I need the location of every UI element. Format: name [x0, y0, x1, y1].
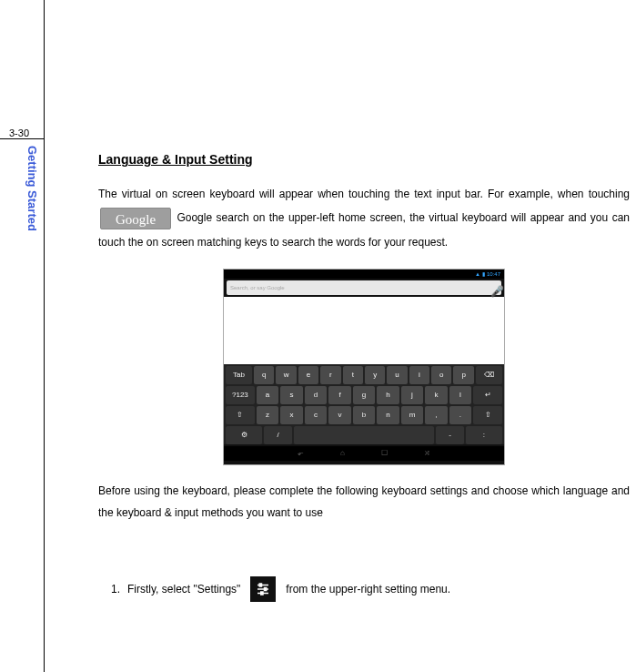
paragraph-1: The virtual on screen keyboard will appe… — [98, 182, 630, 254]
key-j: j — [401, 386, 423, 404]
key-tab: Tab — [226, 366, 252, 384]
list-item-1: 1. Firstly, select "Settings" from the u… — [98, 576, 630, 602]
key-dash: - — [436, 426, 464, 444]
key-g: g — [353, 386, 375, 404]
nav-bar: ⬐ ⌂ ☐ ⤭ — [224, 446, 504, 461]
status-time: 10:47 — [487, 270, 500, 279]
key-n: n — [377, 406, 399, 424]
key-c: c — [305, 406, 327, 424]
nav-recent-icon: ☐ — [381, 448, 388, 459]
key-b: b — [353, 406, 375, 424]
page-number: 3-30 — [9, 127, 29, 138]
key-u: u — [387, 366, 407, 384]
key-o: o — [431, 366, 451, 384]
divider-vertical — [44, 0, 45, 672]
keyboard-row-3: ⇧ z x c v b n m , . ⇧ — [226, 406, 502, 424]
key-backspace: ⌫ — [476, 366, 502, 384]
list-text-b: from the upper-right setting menu. — [286, 581, 450, 597]
main-content: Language & Input Setting The virtual on … — [98, 150, 630, 602]
key-r: r — [320, 366, 340, 384]
key-m: m — [401, 406, 423, 424]
key-k: k — [425, 386, 447, 404]
key-colon: : — [466, 426, 502, 444]
key-comma: , — [425, 406, 447, 424]
key-space — [294, 426, 434, 444]
key-f: f — [328, 386, 350, 404]
paragraph-2: Before using the keyboard, please comple… — [98, 480, 630, 524]
search-bar: Search, or say Google 🎤 — [227, 280, 501, 295]
section-heading: Language & Input Setting — [98, 150, 630, 169]
key-e: e — [298, 366, 318, 384]
keyboard-screenshot: ▲ ▮ 10:47 Search, or say Google 🎤 Tab q … — [223, 269, 505, 465]
key-l: l — [449, 386, 471, 404]
key-symbols: ?123 — [226, 386, 255, 404]
nav-home-icon: ⌂ — [340, 448, 345, 459]
key-x: x — [280, 406, 302, 424]
results-area — [224, 297, 504, 364]
key-w: w — [276, 366, 296, 384]
key-z: z — [257, 406, 278, 424]
divider-horizontal — [0, 138, 44, 139]
key-y: y — [365, 366, 385, 384]
key-settings: ⚙ — [226, 426, 262, 444]
key-slash: / — [264, 426, 292, 444]
key-enter: ↵ — [473, 386, 502, 404]
keyboard-row-2: ?123 a s d f g h j k l ↵ — [226, 386, 502, 404]
key-p: p — [453, 366, 473, 384]
keyboard-row-4: ⚙ / - : — [226, 426, 502, 444]
key-h: h — [377, 386, 399, 404]
key-a: a — [257, 386, 278, 404]
paragraph-1a: The virtual on screen keyboard will appe… — [98, 188, 630, 200]
key-q: q — [254, 366, 274, 384]
settings-icon — [250, 576, 276, 602]
battery-icon: ▮ — [482, 270, 485, 279]
keyboard-row-1: Tab q w e r t y u i o p ⌫ — [226, 366, 502, 384]
wifi-icon: ▲ — [475, 270, 480, 279]
key-shift-right: ⇧ — [473, 406, 502, 424]
keyboard-keys: Tab q w e r t y u i o p ⌫ ?123 a s d f g… — [224, 364, 504, 444]
list-number: 1. — [111, 581, 120, 597]
key-d: d — [305, 386, 327, 404]
key-t: t — [343, 366, 363, 384]
paragraph-1b: Google search on the upper-left home scr… — [98, 211, 630, 248]
key-period: . — [449, 406, 471, 424]
key-s: s — [280, 386, 302, 404]
key-v: v — [328, 406, 350, 424]
key-shift-left: ⇧ — [226, 406, 255, 424]
list-text-a: Firstly, select "Settings" — [127, 581, 240, 597]
svg-rect-5 — [261, 592, 263, 595]
search-placeholder: Search, or say Google — [230, 284, 490, 292]
svg-rect-1 — [260, 584, 262, 586]
status-bar: ▲ ▮ 10:47 — [224, 270, 504, 279]
nav-back-icon: ⬐ — [298, 448, 304, 459]
google-logo: Google — [100, 208, 171, 229]
side-tab-label: Getting Started — [25, 146, 39, 231]
key-i: i — [409, 366, 429, 384]
mic-icon: 🎤 — [490, 283, 498, 292]
nav-extra-icon: ⤭ — [424, 448, 430, 459]
svg-rect-3 — [265, 588, 267, 591]
